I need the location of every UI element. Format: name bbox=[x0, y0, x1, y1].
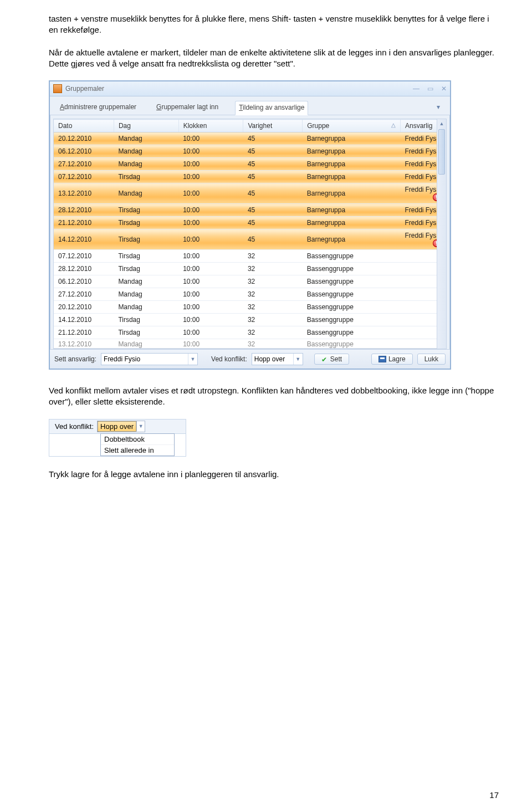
cell: 10:00 bbox=[178, 339, 243, 349]
table-row[interactable]: 20.12.2010Mandag10:0032Bassenggruppe bbox=[54, 301, 446, 314]
activities-grid[interactable]: Dato Dag Klokken Varighet Gruppe△ Ansvar… bbox=[54, 119, 446, 349]
table-row[interactable]: 06.12.2010Mandag10:0032Bassenggruppe bbox=[54, 275, 446, 288]
cell: 21.12.2010 bbox=[54, 326, 114, 339]
cell: 32 bbox=[243, 288, 303, 301]
cell: Mandag bbox=[114, 158, 178, 171]
col-varighet[interactable]: Varighet bbox=[243, 120, 303, 132]
cell: 13.12.2010 bbox=[54, 339, 114, 349]
table-row[interactable]: 28.12.2010Tirsdag10:0045BarnegruppaFredd… bbox=[54, 204, 446, 217]
table-row[interactable]: 07.12.2010Tirsdag10:0045BarnegruppaFredd… bbox=[54, 171, 446, 183]
cell: 07.12.2010 bbox=[54, 250, 114, 263]
tab-lagt-inn[interactable]: Gruppemaler lagt inn bbox=[153, 101, 222, 115]
cell: 32 bbox=[243, 339, 303, 349]
tab-strip: Administrere gruppemaler Gruppemaler lag… bbox=[50, 96, 450, 115]
responsible-input[interactable] bbox=[101, 354, 188, 364]
cell: Bassenggruppe bbox=[303, 275, 401, 288]
cell: Bassenggruppe bbox=[303, 339, 401, 349]
cell: 27.12.2010 bbox=[54, 288, 114, 301]
cell: 10:00 bbox=[178, 145, 243, 158]
table-row[interactable]: 27.12.2010Mandag10:0032Bassenggruppe bbox=[54, 288, 446, 301]
table-row[interactable]: 14.12.2010Tirsdag10:0032Bassenggruppe bbox=[54, 314, 446, 326]
table-row[interactable]: 13.12.2010Mandag10:0032Bassenggruppe bbox=[54, 339, 446, 349]
cell: Tirsdag bbox=[114, 263, 178, 275]
cell: 06.12.2010 bbox=[54, 275, 114, 288]
cell: Tirsdag bbox=[114, 171, 178, 183]
grid-container: Dato Dag Klokken Varighet Gruppe△ Ansvar… bbox=[53, 119, 447, 349]
cell: 10:00 bbox=[178, 158, 243, 171]
small-selected: Hopp over bbox=[98, 421, 136, 432]
cell: 45 bbox=[243, 145, 303, 158]
cell: Mandag bbox=[114, 132, 178, 145]
cell: 32 bbox=[243, 275, 303, 288]
scroll-up-icon[interactable]: ▲ bbox=[437, 119, 446, 128]
chevron-down-icon[interactable]: ▼ bbox=[136, 421, 145, 431]
cell: Bassenggruppe bbox=[303, 326, 401, 339]
save-icon bbox=[378, 356, 386, 362]
chevron-down-icon[interactable]: ▼ bbox=[293, 354, 303, 365]
cell: 27.12.2010 bbox=[54, 158, 114, 171]
table-row[interactable]: 28.12.2010Tirsdag10:0032Bassenggruppe bbox=[54, 263, 446, 275]
cell: Mandag bbox=[114, 339, 178, 349]
minimize-icon[interactable]: — bbox=[413, 85, 420, 93]
cell: 06.12.2010 bbox=[54, 145, 114, 158]
small-combo[interactable]: Hopp over ▼ bbox=[97, 421, 145, 432]
cell: Tirsdag bbox=[114, 250, 178, 263]
cell: Barnegruppa bbox=[303, 204, 401, 217]
table-row[interactable]: 21.12.2010Tirsdag10:0032Bassenggruppe bbox=[54, 326, 446, 339]
paragraph-1: tasten + venstre museklikk benyttes for … bbox=[49, 13, 499, 36]
window-title: Gruppemaler bbox=[65, 85, 104, 93]
cell: 21.12.2010 bbox=[54, 217, 114, 229]
check-icon bbox=[321, 356, 328, 362]
table-row[interactable]: 20.12.2010Mandag10:0045BarnegruppaFreddi… bbox=[54, 132, 446, 145]
scroll-thumb[interactable] bbox=[438, 129, 445, 175]
cell: Bassenggruppe bbox=[303, 250, 401, 263]
lukk-button[interactable]: Lukk bbox=[417, 354, 446, 365]
cell: 14.12.2010 bbox=[54, 229, 114, 250]
grid-header-row: Dato Dag Klokken Varighet Gruppe△ Ansvar… bbox=[54, 120, 446, 132]
cell: 45 bbox=[243, 183, 303, 204]
tab-tildeling[interactable]: Tildeling av ansvarlige bbox=[235, 101, 308, 115]
cell: 28.12.2010 bbox=[54, 204, 114, 217]
col-gruppe[interactable]: Gruppe△ bbox=[303, 120, 401, 132]
cell: 28.12.2010 bbox=[54, 263, 114, 275]
cell: 10:00 bbox=[178, 183, 243, 204]
cell: Barnegruppa bbox=[303, 183, 401, 204]
lagre-button[interactable]: Lagre bbox=[371, 354, 413, 365]
cell: 07.12.2010 bbox=[54, 171, 114, 183]
tabs-overflow-icon[interactable]: ▾ bbox=[433, 101, 443, 115]
option-slett[interactable]: Slett allerede in bbox=[101, 444, 174, 456]
cell: Bassenggruppe bbox=[303, 314, 401, 326]
col-dato[interactable]: Dato bbox=[54, 120, 114, 132]
cell: 20.12.2010 bbox=[54, 132, 114, 145]
table-row[interactable]: 27.12.2010Mandag10:0045BarnegruppaFreddi… bbox=[54, 158, 446, 171]
table-row[interactable]: 06.12.2010Mandag10:0045BarnegruppaFreddi… bbox=[54, 145, 446, 158]
sett-button[interactable]: Sett bbox=[314, 354, 349, 365]
close-icon[interactable]: ✕ bbox=[441, 85, 447, 93]
table-row[interactable]: 21.12.2010Tirsdag10:0045BarnegruppaFredd… bbox=[54, 217, 446, 229]
table-row[interactable]: 07.12.2010Tirsdag10:0032Bassenggruppe bbox=[54, 250, 446, 263]
cell: 45 bbox=[243, 229, 303, 250]
option-dobbeltbook[interactable]: Dobbeltbook bbox=[101, 434, 174, 444]
table-row[interactable]: 14.12.2010Tirsdag10:0045BarnegruppaFredd… bbox=[54, 229, 446, 250]
chevron-down-icon[interactable]: ▼ bbox=[188, 354, 197, 365]
tab-administrere[interactable]: Administrere gruppemaler bbox=[57, 101, 140, 115]
cell: 10:00 bbox=[178, 288, 243, 301]
col-dag[interactable]: Dag bbox=[114, 120, 178, 132]
page-number: 17 bbox=[49, 790, 499, 800]
window-buttons: — ▭ ✕ bbox=[413, 85, 447, 93]
maximize-icon[interactable]: ▭ bbox=[427, 85, 433, 93]
cell: Barnegruppa bbox=[303, 158, 401, 171]
vertical-scrollbar[interactable]: ▲ bbox=[437, 119, 446, 349]
cell: 32 bbox=[243, 326, 303, 339]
table-row[interactable]: 13.12.2010Mandag10:0045BarnegruppaFreddi… bbox=[54, 183, 446, 204]
conflict-dropdown-screenshot: Ved konflikt: Hopp over ▼ Dobbeltbook Sl… bbox=[49, 419, 186, 457]
cell: Barnegruppa bbox=[303, 217, 401, 229]
responsible-combo[interactable]: ▼ bbox=[101, 353, 198, 365]
cell: Mandag bbox=[114, 275, 178, 288]
cell: Tirsdag bbox=[114, 204, 178, 217]
col-klokken[interactable]: Klokken bbox=[178, 120, 243, 132]
cell: Barnegruppa bbox=[303, 145, 401, 158]
conflict-combo[interactable]: ▼ bbox=[252, 353, 303, 365]
conflict-input[interactable] bbox=[252, 354, 293, 364]
cell: 45 bbox=[243, 204, 303, 217]
